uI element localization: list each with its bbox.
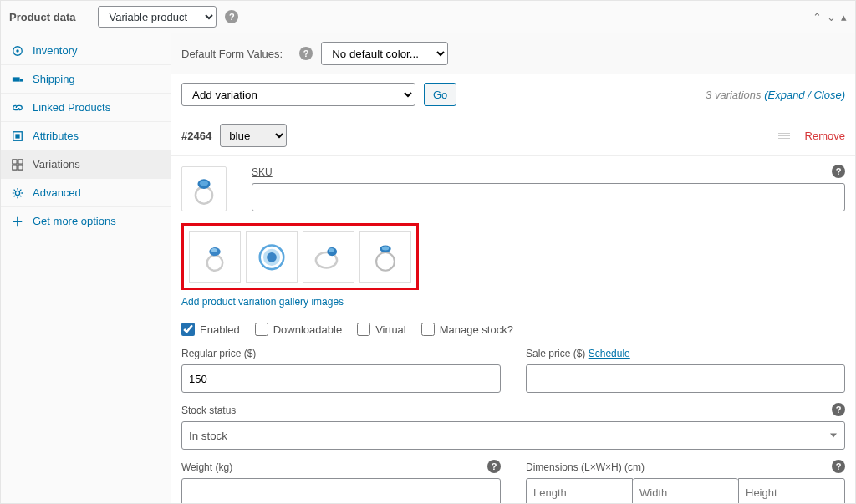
gallery-thumb[interactable] <box>359 231 411 283</box>
gallery-thumb[interactable] <box>303 231 354 283</box>
remove-link[interactable]: Remove <box>805 130 845 142</box>
panel-header: Product data — Variable product ? ⌃ ⌄ ▴ <box>1 1 855 33</box>
weight-input[interactable] <box>181 478 501 503</box>
svg-rect-5 <box>15 134 19 138</box>
variations-info: 3 variations (Expand / Close) <box>706 89 845 101</box>
sku-input[interactable] <box>252 183 845 211</box>
gallery-thumb[interactable] <box>189 231 241 283</box>
inventory-icon <box>11 45 24 57</box>
svg-rect-9 <box>18 165 23 169</box>
length-input[interactable] <box>526 478 633 503</box>
gallery-thumb[interactable] <box>246 231 298 283</box>
enabled-check[interactable]: Enabled <box>181 323 240 336</box>
variation-image-thumb[interactable] <box>181 166 227 211</box>
svg-point-23 <box>376 252 395 271</box>
sidebar-label: Inventory <box>33 44 77 57</box>
title-dash: — <box>80 11 91 23</box>
svg-point-10 <box>15 191 19 195</box>
height-input[interactable] <box>738 478 845 503</box>
default-form-row: Default Form Values: ? No default color.… <box>171 33 855 74</box>
svg-point-11 <box>196 186 212 203</box>
svg-point-16 <box>211 248 217 252</box>
sidebar-label: Linked Products <box>33 101 110 114</box>
sku-label: SKU <box>252 166 845 178</box>
svg-point-22 <box>329 248 334 252</box>
svg-point-25 <box>382 246 389 250</box>
go-button[interactable]: Go <box>424 83 456 106</box>
gear-icon <box>11 187 24 199</box>
gallery-highlight <box>181 223 419 290</box>
panel-title: Product data <box>9 11 75 23</box>
sidebar-item-attributes[interactable]: Attributes <box>1 122 171 150</box>
sidebar-item-shipping[interactable]: Shipping <box>1 65 171 94</box>
sidebar-label: Shipping <box>33 73 75 85</box>
help-icon[interactable]: ? <box>225 10 238 23</box>
stock-status-label: Stock status <box>181 405 845 416</box>
expand-close-link[interactable]: (Expand / Close) <box>764 89 845 101</box>
sidebar-item-inventory[interactable]: Inventory <box>1 37 171 65</box>
shipping-icon <box>11 74 24 85</box>
panel-up-icon[interactable]: ⌃ <box>813 11 822 23</box>
manage-stock-check[interactable]: Manage stock? <box>421 323 513 336</box>
main-content: Default Form Values: ? No default color.… <box>171 33 855 503</box>
sidebar-item-variations[interactable]: Variations <box>1 150 171 179</box>
sale-price-label: Sale price ($) Schedule <box>526 348 845 359</box>
sidebar-item-advanced[interactable]: Advanced <box>1 179 171 207</box>
svg-rect-3 <box>20 79 23 82</box>
product-data-panel: Product data — Variable product ? ⌃ ⌄ ▴ … <box>0 0 856 504</box>
sidebar-item-linked[interactable]: Linked Products <box>1 94 171 122</box>
sidebar: Inventory Shipping Linked Products Attri… <box>1 33 171 503</box>
variation-count: 3 variations <box>706 89 764 101</box>
sidebar-item-getmore[interactable]: Get more options <box>1 207 171 235</box>
svg-rect-7 <box>18 159 23 163</box>
svg-rect-6 <box>13 159 17 163</box>
action-bar: Add variation Go 3 variations (Expand / … <box>171 74 855 115</box>
product-type-select[interactable]: Variable product <box>98 6 217 28</box>
regular-price-input[interactable] <box>181 364 501 393</box>
help-icon[interactable]: ? <box>832 460 845 473</box>
panel-collapse-controls: ⌃ ⌄ ▴ <box>813 11 847 23</box>
variation-header[interactable]: #2464 blue Remove <box>171 115 855 156</box>
variations-icon <box>11 159 24 171</box>
schedule-link[interactable]: Schedule <box>588 348 630 359</box>
help-icon[interactable]: ? <box>832 165 845 178</box>
plus-icon <box>11 216 24 227</box>
panel-down-icon[interactable]: ⌄ <box>827 11 836 23</box>
svg-point-14 <box>207 255 222 270</box>
svg-point-13 <box>200 181 208 186</box>
sidebar-label: Variations <box>33 158 80 171</box>
default-color-select[interactable]: No default color... <box>321 42 448 65</box>
downloadable-check[interactable]: Downloadable <box>255 323 342 336</box>
link-icon <box>11 102 24 114</box>
weight-label: Weight (kg) <box>181 461 501 473</box>
attributes-icon <box>11 130 24 142</box>
help-icon[interactable]: ? <box>299 47 313 60</box>
add-variation-select[interactable]: Add variation <box>181 83 415 106</box>
width-input[interactable] <box>633 478 738 503</box>
sale-price-input[interactable] <box>526 364 845 393</box>
virtual-check[interactable]: Virtual <box>357 323 406 336</box>
add-gallery-link[interactable]: Add product variation gallery images <box>181 296 344 308</box>
variation-color-select[interactable]: blue <box>220 124 287 147</box>
dimensions-label: Dimensions (L×W×H) (cm) <box>526 461 845 473</box>
stock-status-select[interactable]: In stock <box>181 421 845 450</box>
svg-rect-2 <box>13 77 20 81</box>
svg-point-1 <box>16 49 19 53</box>
panel-collapse-icon[interactable]: ▴ <box>841 11 847 23</box>
help-icon[interactable]: ? <box>487 460 501 473</box>
help-icon[interactable]: ? <box>832 403 845 416</box>
sidebar-label: Attributes <box>33 130 79 142</box>
default-form-label: Default Form Values: <box>181 48 283 60</box>
variation-body: SKU ? <box>171 156 855 503</box>
svg-rect-8 <box>13 165 17 169</box>
svg-point-19 <box>267 252 277 262</box>
variation-id: #2464 <box>181 130 211 142</box>
sidebar-label: Advanced <box>33 186 81 199</box>
regular-price-label: Regular price ($) <box>181 348 501 359</box>
sidebar-label: Get more options <box>33 215 116 227</box>
drag-handle-icon[interactable] <box>778 133 790 139</box>
